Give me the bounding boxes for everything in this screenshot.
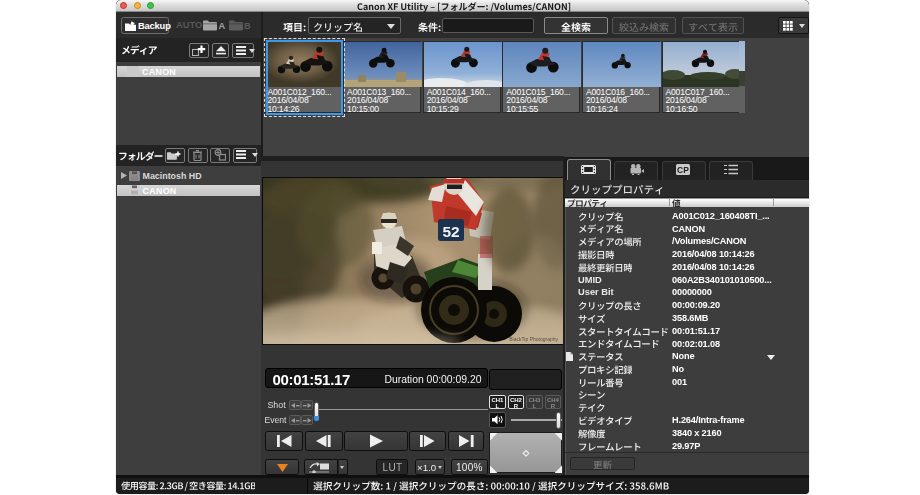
- svg-text:CP: CP: [677, 164, 689, 174]
